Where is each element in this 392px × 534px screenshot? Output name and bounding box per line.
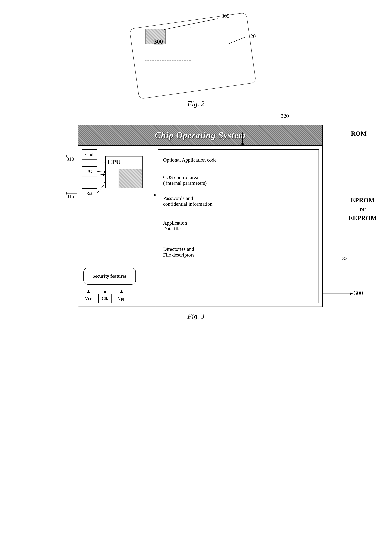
cell-directories-text: Directories andFile descriptors	[163, 246, 195, 258]
fig2-caption: Fig. 2	[187, 100, 204, 108]
svg-text:325: 325	[342, 256, 348, 261]
cell-app-data-text: ApplicationData files	[163, 220, 187, 232]
cell-optional-app: Optional Application code	[158, 150, 318, 170]
vpp-box: Vpp	[115, 294, 128, 303]
cos-title: Chip Operating System	[155, 130, 246, 140]
security-label: Security features	[92, 274, 126, 279]
clk-group: Clk	[98, 290, 112, 303]
vcc-arrow	[87, 290, 90, 293]
vcc-box: Vcc	[82, 294, 95, 303]
label-305: 305	[221, 13, 229, 19]
svg-marker-9	[66, 192, 66, 194]
cell-app-data: ApplicationData files	[158, 212, 318, 239]
cell-passwords: Passwords andconfidential information	[158, 190, 318, 212]
fig2-svg: 305 120	[120, 10, 272, 98]
left-panel: 310 Gnd I/O	[78, 146, 156, 307]
svg-marker-15	[103, 173, 106, 176]
cell-cos-control-text: COS control area( internal parameters)	[163, 174, 207, 186]
clk-label: Clk	[102, 296, 108, 301]
clk-box: Clk	[98, 294, 112, 303]
fig2-section: 300 305 120 Fig. 2	[0, 10, 392, 108]
svg-marker-17	[104, 182, 106, 184]
fig3-section: ROM EPROM or EEPROM 300 320	[0, 125, 392, 320]
label-120: 120	[247, 33, 256, 39]
cell-cos-control: COS control area( internal parameters)	[158, 170, 318, 190]
vcc-label: Vcc	[85, 296, 92, 301]
page: 300 305 120 Fig. 2 ROM EPROM or EEPROM	[0, 0, 392, 534]
fig3-outer: ROM EPROM or EEPROM 300 320	[52, 125, 340, 307]
line-315	[66, 191, 79, 196]
main-box: Chip Operating System 310	[78, 125, 323, 307]
left-connectors-svg	[78, 146, 156, 214]
svg-marker-7	[66, 155, 66, 157]
dashed-right-svg	[78, 190, 156, 200]
main-outer-box: ROM EPROM or EEPROM 300 320	[78, 125, 323, 307]
cell-optional-app-text: Optional Application code	[163, 157, 217, 163]
svg-line-0	[164, 19, 218, 30]
cell-directories: Directories andFile descriptors	[158, 239, 318, 265]
cos-header: Chip Operating System	[78, 125, 322, 146]
svg-line-10	[97, 155, 105, 163]
cos-down-arrow	[239, 132, 246, 148]
eprom-cells-container: Optional Application code COS control ar…	[158, 149, 319, 303]
fig2-diagram: 300 305 120	[120, 10, 272, 98]
label-320: 320	[281, 113, 289, 119]
svg-marker-13	[104, 171, 106, 174]
svg-line-1	[228, 37, 245, 44]
cell-passwords-text: Passwords andconfidential information	[163, 195, 212, 207]
vpp-arrow	[120, 290, 123, 293]
main-content-row: 310 Gnd I/O	[78, 146, 322, 307]
svg-marker-3	[350, 292, 353, 295]
line-310	[66, 154, 79, 159]
fig3-caption: Fig. 3	[187, 312, 204, 320]
label-300-fig3: 300	[323, 290, 357, 298]
cpu-label: CPU	[107, 158, 121, 165]
signal-boxes-row: Vcc Clk	[82, 290, 128, 303]
security-box: Security features	[84, 268, 136, 285]
svg-marker-11	[104, 162, 106, 164]
arrow-300	[323, 290, 357, 297]
vcc-group: Vcc	[82, 290, 95, 303]
rom-label: ROM	[351, 130, 367, 137]
clk-arrow	[103, 290, 107, 293]
label-325-line: 325	[321, 256, 348, 263]
eprom-label: EPROM or EEPROM	[349, 196, 377, 223]
label-300-text: 300	[354, 289, 363, 297]
svg-marker-21	[241, 143, 244, 146]
vpp-group: Vpp	[115, 290, 128, 303]
right-panel: Optional Application code COS control ar…	[156, 146, 322, 307]
vpp-label: Vpp	[118, 296, 125, 301]
